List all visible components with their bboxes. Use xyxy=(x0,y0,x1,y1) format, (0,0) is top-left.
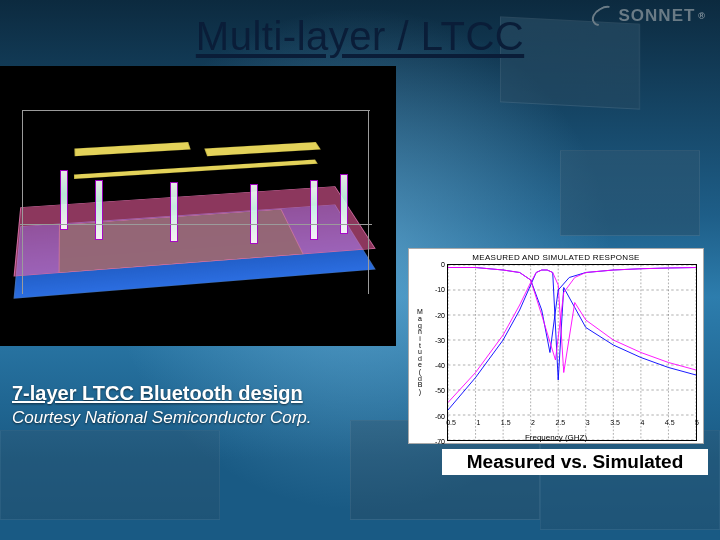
slide-title: Multi-layer / LTCC xyxy=(196,14,524,59)
right-caption: Measured vs. Simulated xyxy=(442,449,708,475)
brand-logo: SONNET ® xyxy=(591,6,706,26)
chart-plot-area xyxy=(447,264,697,441)
background-decor xyxy=(0,430,220,520)
logo-trademark: ® xyxy=(698,11,706,21)
chart-xlabel: Frequency (GHZ) xyxy=(409,433,703,442)
chart-title: MEASURED AND SIMULATED RESPONSE xyxy=(415,253,697,262)
chart-ylabel: Magnitude (dB) xyxy=(415,264,425,441)
left-caption-title: 7-layer LTCC Bluetooth design xyxy=(12,382,352,404)
response-chart: MEASURED AND SIMULATED RESPONSE Magnitud… xyxy=(408,248,704,444)
chart-svg xyxy=(448,265,696,440)
logo-text: SONNET xyxy=(619,6,696,26)
chart-xticks: 0.511.522.533.544.55 xyxy=(451,419,697,429)
background-decor xyxy=(540,430,720,530)
slide: SONNET ® Multi-layer / LTCC 7-layer LTCC… xyxy=(0,0,720,540)
chart-yticks: 0-10-20-30-40-50-60-70 xyxy=(425,264,447,441)
left-caption: 7-layer LTCC Bluetooth design Courtesy N… xyxy=(12,382,352,428)
ltcc-3d-render xyxy=(0,66,396,346)
left-caption-credit: Courtesy National Semiconductor Corp. xyxy=(12,408,352,428)
background-decor xyxy=(560,150,700,236)
